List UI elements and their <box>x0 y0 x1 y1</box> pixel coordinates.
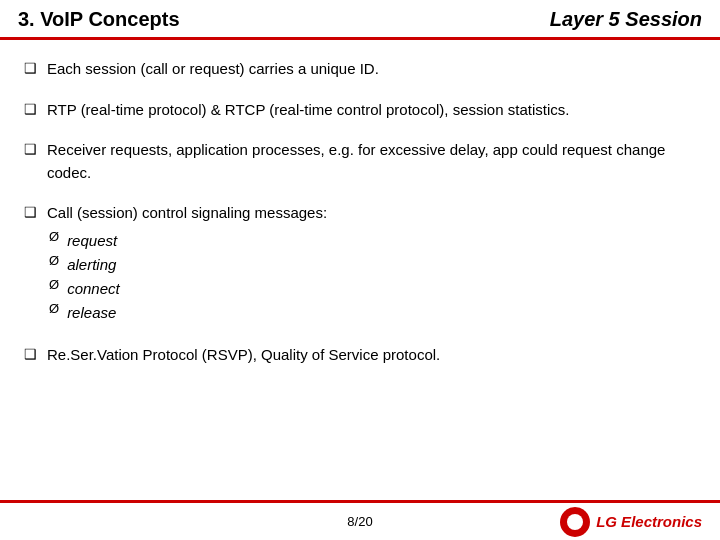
sub-text-release: release <box>67 301 116 324</box>
bullet-item-5: ❑ Re.Ser.Vation Protocol (RSVP), Quality… <box>24 344 696 367</box>
bullet-text-4: Call (session) control signaling message… <box>47 204 327 221</box>
slide-footer: 8/20 LG Electronics <box>0 500 720 540</box>
sub-arrow-1: Ø <box>49 229 59 244</box>
bullet-text-2: RTP (real-time protocol) & RTCP (real-ti… <box>47 99 569 122</box>
bullet-item-3: ❑ Receiver requests, application process… <box>24 139 696 184</box>
bullet-icon-3: ❑ <box>24 141 37 157</box>
slide-content: ❑ Each session (call or request) carries… <box>0 40 720 394</box>
sub-item-request: Ø request <box>49 229 327 252</box>
bullet-text-5: Re.Ser.Vation Protocol (RSVP), Quality o… <box>47 344 440 367</box>
sub-arrow-2: Ø <box>49 253 59 268</box>
slide-title: 3. VoIP Concepts <box>18 8 180 31</box>
bullet-item-1: ❑ Each session (call or request) carries… <box>24 58 696 81</box>
bullet-text-3: Receiver requests, application processes… <box>47 139 696 184</box>
logo-circle <box>560 507 590 537</box>
lg-logo: LG Electronics <box>560 507 702 537</box>
logo-label: LG Electronics <box>596 513 702 530</box>
sub-arrow-3: Ø <box>49 277 59 292</box>
bullet-item-4: ❑ Call (session) control signaling messa… <box>24 202 696 326</box>
sub-text-alerting: alerting <box>67 253 116 276</box>
logo-text-block: LG Electronics <box>596 513 702 531</box>
slide-header: 3. VoIP Concepts Layer 5 Session <box>0 0 720 40</box>
page-number: 8/20 <box>347 514 372 529</box>
sub-item-release: Ø release <box>49 301 327 324</box>
sub-item-connect: Ø connect <box>49 277 327 300</box>
sub-arrow-4: Ø <box>49 301 59 316</box>
bullet-item-2: ❑ RTP (real-time protocol) & RTCP (real-… <box>24 99 696 122</box>
bullet-icon-5: ❑ <box>24 346 37 362</box>
bullet-icon-4: ❑ <box>24 204 37 220</box>
logo-circle-inner <box>567 514 583 530</box>
sub-text-request: request <box>67 229 117 252</box>
bullet-text-1: Each session (call or request) carries a… <box>47 58 379 81</box>
bullet-icon-1: ❑ <box>24 60 37 76</box>
sub-item-alerting: Ø alerting <box>49 253 327 276</box>
slide-subtitle: Layer 5 Session <box>550 8 702 31</box>
sub-list: Ø request Ø alerting Ø connect Ø release <box>49 229 327 325</box>
bullet-icon-2: ❑ <box>24 101 37 117</box>
sub-text-connect: connect <box>67 277 120 300</box>
